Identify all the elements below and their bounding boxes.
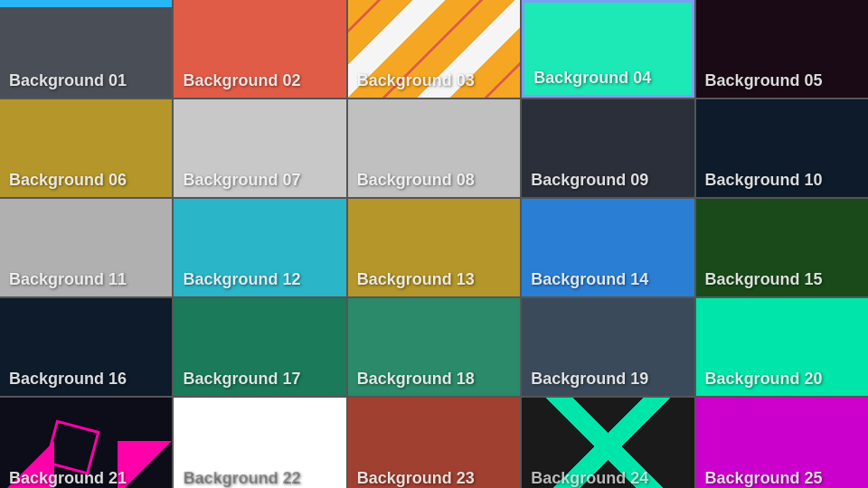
cell-bg05[interactable]: Background 05	[696, 0, 868, 98]
bg25-label: Background 25	[705, 469, 823, 488]
cell-bg19[interactable]: Background 19	[522, 298, 693, 396]
bg19-label: Background 19	[531, 370, 648, 389]
cell-bg20[interactable]: Background 20	[696, 298, 868, 396]
bg11-label: Background 11	[9, 270, 127, 289]
cell-bg15[interactable]: Background 15	[696, 199, 868, 296]
cell-bg16[interactable]: Background 16	[0, 298, 172, 396]
cell-bg13[interactable]: Background 13	[348, 199, 520, 296]
bg12-label: Background 12	[183, 270, 300, 289]
bg05-label: Background 05	[705, 71, 823, 90]
cell-bg04[interactable]: Background 04	[522, 0, 693, 98]
bg16-label: Background 16	[9, 370, 127, 389]
cell-bg18[interactable]: Background 18	[348, 298, 520, 396]
bg20-label: Background 20	[705, 370, 823, 389]
cell-bg22[interactable]: Background 22	[174, 398, 345, 488]
cell-bg02[interactable]: Background 02	[174, 0, 345, 98]
bg24-label: Background 24	[531, 469, 648, 488]
cell-bg24[interactable]: Background 24	[522, 398, 693, 488]
bg17-label: Background 17	[183, 370, 300, 389]
cell-bg07[interactable]: Background 07	[174, 99, 345, 197]
bg18-label: Background 18	[357, 370, 475, 389]
bg10-label: Background 10	[705, 171, 823, 190]
background-grid: Background 01 Background 02 Background 0…	[0, 0, 868, 488]
bg01-label: Background 01	[9, 71, 127, 90]
cell-bg12[interactable]: Background 12	[174, 199, 345, 296]
bg23-label: Background 23	[357, 469, 475, 488]
bg02-label: Background 02	[183, 71, 300, 90]
cell-bg01[interactable]: Background 01	[0, 0, 172, 98]
cell-bg03[interactable]: Background 03	[348, 0, 520, 98]
bg07-label: Background 07	[183, 171, 300, 190]
bg21-label: Background 21	[9, 469, 127, 488]
bg22-label: Background 22	[183, 469, 300, 488]
bg08-label: Background 08	[357, 171, 475, 190]
bg03-label: Background 03	[357, 71, 475, 90]
cell-bg09[interactable]: Background 09	[522, 99, 693, 197]
bg06-label: Background 06	[9, 171, 127, 190]
cell-bg10[interactable]: Background 10	[696, 99, 868, 197]
cell-bg14[interactable]: Background 14	[522, 199, 693, 296]
cell-bg06[interactable]: Background 06	[0, 99, 172, 197]
bg04-label: Background 04	[533, 69, 651, 88]
bg13-label: Background 13	[357, 270, 475, 289]
bg15-label: Background 15	[705, 270, 823, 289]
cell-bg11[interactable]: Background 11	[0, 199, 172, 296]
cell-bg08[interactable]: Background 08	[348, 99, 520, 197]
cell-bg25[interactable]: Background 25	[696, 398, 868, 488]
bg14-label: Background 14	[531, 270, 648, 289]
cell-bg17[interactable]: Background 17	[174, 298, 345, 396]
cell-bg21[interactable]: Background 21	[0, 398, 172, 488]
cell-bg23[interactable]: Background 23	[348, 398, 520, 488]
bg09-label: Background 09	[531, 171, 648, 190]
